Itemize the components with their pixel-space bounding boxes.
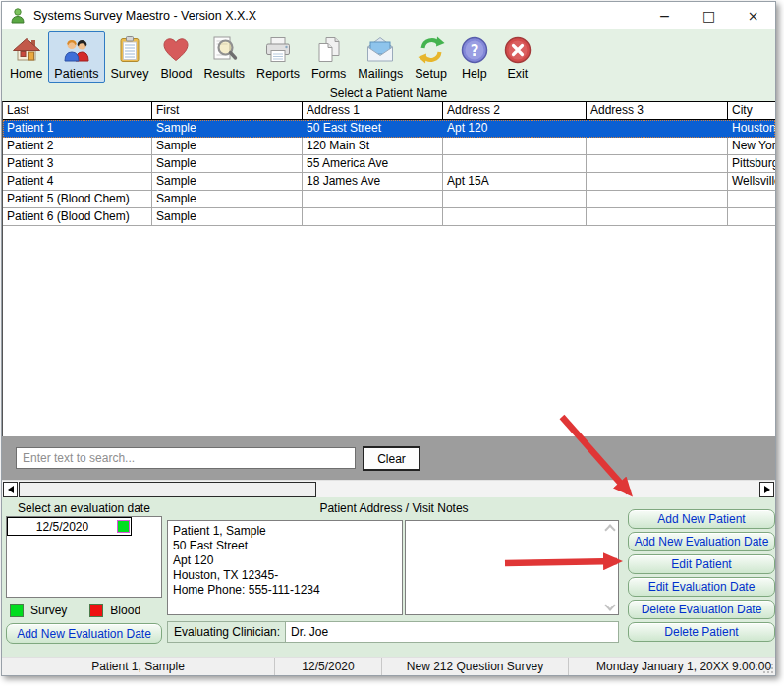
table-cell: 120 Main St [303,138,443,154]
table-cell: Apt 120 [443,120,587,137]
table-row[interactable]: Patient 2 Sample 120 Main St New York [3,138,775,155]
scroll-up-icon[interactable] [604,524,615,535]
table-cell [728,208,775,225]
toolbar-button-results[interactable]: Results [197,31,251,83]
status-datetime-text: Monday January 1, 20XX 9:00:00 [596,660,771,673]
minimize-button[interactable]: − [643,2,687,29]
add-new-patient-button[interactable]: Add New Patient [628,509,775,529]
scroll-right-button[interactable] [759,482,774,497]
table-cell: Wellsville [728,173,775,190]
table-cell: Sample [152,138,303,154]
table-row[interactable]: Patient 6 (Blood Chem) Sample [3,208,775,226]
evaluation-panel: Select an evaluation date 12/5/2020 Surv… [6,501,162,644]
toolbar-button-mailings[interactable]: Mailings [352,31,409,83]
toolbar-label-forms: Forms [311,67,346,81]
add-new-evaluation-date-button[interactable]: Add New Evaluation Date [628,532,775,551]
scroll-down-icon[interactable] [604,600,615,610]
mailings-icon [364,34,396,66]
evaluation-date-list[interactable]: 12/5/2020 [6,516,162,598]
toolbar-button-blood[interactable]: Blood [154,31,197,83]
evaluation-date-item[interactable]: 12/5/2020 [7,517,132,536]
toolbar-button-exit[interactable]: Exit [496,31,539,83]
table-cell: New York [728,138,775,154]
survey-legend-label: Survey [30,604,67,617]
toolbar-button-setup[interactable]: Setup [409,31,453,83]
clear-button[interactable]: Clear [363,446,420,471]
patient-address-box: Patient 1, Sample 50 East Street Apt 120… [167,520,403,615]
screen: Systems Survey Maestro - Version X.X.X −… [0,0,784,693]
toolbar-label-setup: Setup [415,67,447,81]
table-cell: Patient 4 [3,173,152,190]
toolbar-label-blood: Blood [160,67,192,81]
toolbar-button-home[interactable]: Home [4,31,48,83]
blood-legend-label: Blood [110,604,140,617]
toolbar-button-reports[interactable]: Reports [251,31,306,83]
toolbar-label-reports: Reports [256,67,300,81]
address-line: Patient 1, Sample [173,524,397,539]
address-line: 50 East Street [173,539,397,553]
patient-table: Last First Address 1 Address 2 Address 3… [2,101,775,436]
table-cell: 55 America Ave [303,155,443,172]
notes-scrollbar[interactable] [602,522,617,613]
add-new-evaluation-date-button-left[interactable]: Add New Evaluation Date [6,623,162,644]
delete-patient-button[interactable]: Delete Patient [628,622,775,642]
table-row[interactable]: Patient 5 (Blood Chem) Sample [3,191,775,208]
column-header-address2[interactable]: Address 2 [443,102,587,119]
toolbar-label-mailings: Mailings [358,67,403,81]
patients-icon [61,34,92,66]
toolbar-label-survey: Survey [111,67,149,81]
scrollbar-thumb[interactable] [19,482,316,497]
horizontal-scrollbar[interactable] [2,480,775,497]
table-cell: Sample [152,191,303,207]
window-controls: − □ × [643,2,775,29]
table-cell [587,191,728,207]
title-bar: Systems Survey Maestro - Version X.X.X −… [2,2,775,29]
column-header-city[interactable]: City [728,102,775,119]
resize-grip[interactable] [763,664,774,674]
toolbar-button-forms[interactable]: Forms [306,31,352,83]
setup-icon [416,34,447,66]
toolbar-label-home: Home [10,67,42,81]
table-row[interactable]: Patient 4 Sample 18 James Ave Apt 15A We… [3,173,775,191]
table-row[interactable]: Patient 3 Sample 55 America Ave Pittsbur… [3,155,775,173]
survey-marker-swatch [117,520,130,533]
toolbar-button-help[interactable]: ? Help [453,31,496,83]
close-button[interactable]: × [731,2,775,29]
visit-notes-box[interactable] [405,520,619,615]
evaluation-date-label: 12/5/2020 [8,520,117,534]
clinician-input[interactable]: Dr. Joe [285,622,618,642]
table-row[interactable]: Patient 1 Sample 50 East Street Apt 120 … [3,120,775,138]
table-caption: Select a Patient Name [2,87,775,101]
table-cell: Patient 1 [3,120,152,137]
search-input[interactable] [16,447,356,469]
clinician-row: Evaluating Clinician: Dr. Joe [167,621,619,643]
column-header-last[interactable]: Last [3,102,152,119]
column-header-address1[interactable]: Address 1 [303,102,443,119]
app-window: Systems Survey Maestro - Version X.X.X −… [1,1,776,676]
action-buttons: Add New Patient Add New Evaluation Date … [628,509,775,642]
evaluation-panel-title: Select an evaluation date [6,501,162,516]
survey-icon [114,34,145,66]
toolbar-button-patients[interactable]: Patients [48,31,104,83]
toolbar-label-patients: Patients [54,67,98,81]
status-datetime: Monday January 1, 20XX 9:00:00 [569,658,775,675]
help-icon: ? [459,34,490,66]
table-cell: Houston [728,120,775,137]
maximize-button[interactable]: □ [687,2,731,29]
toolbar-button-survey[interactable]: Survey [105,31,155,83]
edit-evaluation-date-button[interactable]: Edit Evaluation Date [628,577,775,597]
address-panel-title: Patient Address / Visit Notes [166,501,622,516]
table-cell [587,208,728,225]
edit-patient-button[interactable]: Edit Patient [628,554,775,574]
column-header-first[interactable]: First [152,102,303,119]
status-bar: Patient 1, Sample 12/5/2020 New 212 Ques… [2,657,775,675]
toolbar: Home Patients Survey Blood [2,29,775,87]
column-header-address3[interactable]: Address 3 [587,102,728,119]
legend: Survey Blood [6,603,162,618]
table-cell [728,191,775,207]
window-title: Systems Survey Maestro - Version X.X.X [33,9,256,23]
exit-icon [502,34,533,66]
delete-evaluation-date-button[interactable]: Delete Evaluation Date [628,600,775,619]
scroll-left-button[interactable] [3,482,18,497]
bottom-panel: Select an evaluation date 12/5/2020 Surv… [2,497,775,657]
